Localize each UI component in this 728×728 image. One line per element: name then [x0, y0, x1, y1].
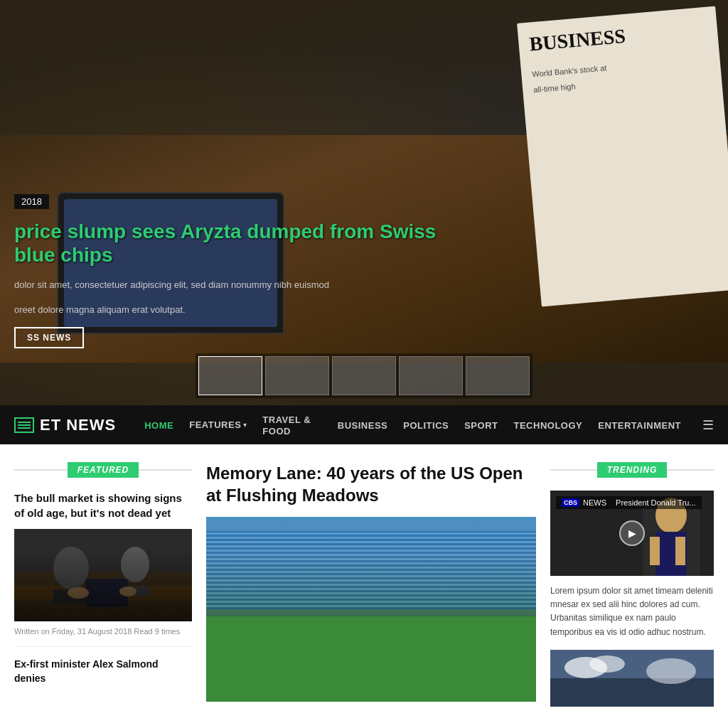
trending-video[interactable]: CBS NEWS President Donald Tru... ▶	[550, 491, 714, 576]
nav-item-politics[interactable]: POLITICS	[403, 419, 449, 431]
logo-icon	[14, 417, 34, 433]
featured-article2-title[interactable]: Ex-first minister Alex Salmond denies	[14, 658, 192, 685]
trending-section-header: TRENDING	[550, 462, 714, 478]
hero-section: BUSINESS World Bank's stock at all-time …	[0, 0, 728, 405]
hero-thumb-4[interactable]	[399, 356, 463, 395]
header-line-right	[139, 469, 192, 471]
hero-excerpt-line1: dolor sit amet, consectetuer adipiscing …	[14, 278, 448, 292]
featured-column: FEATURED The bull market is showing sign…	[14, 462, 192, 707]
nav-item-travel-food[interactable]: TRAVEL & FOOD	[262, 414, 321, 437]
hero-thumb-1[interactable]	[198, 356, 262, 395]
main-article-column: Memory Lane: 40 years of the US Open at …	[206, 462, 536, 707]
nav-item-features[interactable]: FEATURES ▾	[189, 419, 247, 430]
hero-thumb-5[interactable]	[466, 356, 530, 395]
trending-badge: TRENDING	[597, 462, 668, 478]
svg-point-42	[589, 655, 625, 673]
hero-title: price slump sees Aryzta dumped from Swis…	[14, 220, 448, 267]
main-content: FEATURED The bull market is showing sign…	[0, 444, 728, 728]
video-play-overlay[interactable]: ▶	[550, 491, 714, 576]
featured-article1-meta: Written on Friday, 31 August 2018 Read 9…	[14, 627, 192, 647]
hamburger-icon[interactable]: ☰	[702, 417, 714, 433]
trending-header-line-left	[550, 469, 597, 471]
hero-thumb-3[interactable]	[332, 356, 396, 395]
header-line-left	[14, 469, 68, 471]
logo-text: ET NEWS	[40, 416, 116, 434]
featured-article1-title[interactable]: The bull market is showing signs of old …	[14, 491, 192, 520]
nav-link-home[interactable]: HOME	[144, 420, 173, 431]
featured-badge: FEATURED	[68, 462, 139, 478]
nav-link-sport[interactable]: SPORT	[464, 420, 498, 431]
hero-thumbnail-strip	[196, 353, 532, 398]
hero-thumb-2[interactable]	[265, 356, 329, 395]
nav-item-home[interactable]: HOME	[144, 419, 173, 431]
logo-line-2	[18, 424, 31, 426]
nav-item-entertainment[interactable]: ENTERTAINMENT	[598, 419, 681, 431]
main-article-title[interactable]: Memory Lane: 40 years of the US Open at …	[206, 462, 536, 506]
hero-read-more-button[interactable]: SS NEWS	[14, 327, 84, 348]
featured-section-header: FEATURED	[14, 462, 192, 478]
trending-header-line-right	[667, 469, 714, 471]
hero-newspaper: BUSINESS World Bank's stock at all-time …	[517, 6, 728, 307]
navbar: ET NEWS HOME FEATURES ▾ TRAVEL & FOOD BU…	[0, 405, 728, 444]
nav-link-politics[interactable]: POLITICS	[403, 420, 449, 431]
content-grid: FEATURED The bull market is showing sign…	[14, 462, 714, 707]
navbar-nav: HOME FEATURES ▾ TRAVEL & FOOD BUSINESS P…	[144, 414, 681, 437]
nav-item-technology[interactable]: TECHNOLOGY	[514, 419, 583, 431]
hero-date-badge: 2018	[14, 194, 49, 209]
hero-excerpt-line2: oreet dolore magna aliquam erat volutpat…	[14, 303, 448, 317]
nav-link-travel-food[interactable]: TRAVEL & FOOD	[262, 414, 311, 437]
svg-rect-40	[550, 678, 714, 707]
nav-item-business[interactable]: BUSINESS	[338, 419, 387, 431]
nav-link-entertainment[interactable]: ENTERTAINMENT	[598, 420, 681, 431]
nav-link-business[interactable]: BUSINESS	[338, 420, 387, 431]
trending-image2[interactable]	[550, 650, 714, 707]
trending-description: Lorem ipsum dolor sit amet timeam deleni…	[550, 584, 714, 639]
video-play-button[interactable]: ▶	[619, 520, 645, 546]
hero-content: 2018 price slump sees Aryzta dumped from…	[0, 194, 462, 348]
nav-features-wrapper[interactable]: FEATURES ▾	[189, 419, 247, 430]
svg-point-43	[646, 658, 696, 684]
stadium-seats	[206, 531, 536, 609]
logo-line-1	[18, 422, 31, 423]
trending-img2-svg	[550, 650, 714, 707]
logo-line-3	[18, 427, 31, 429]
logo[interactable]: ET NEWS	[14, 416, 116, 434]
main-article-image[interactable]: CHASE LACOSTE EMIRATES ROLEX	[206, 517, 536, 702]
featured-article1-image[interactable]	[14, 529, 192, 621]
trending-column: TRENDING CBS NEWS President Don	[550, 462, 714, 707]
image-overlay	[14, 547, 192, 621]
chevron-down-icon: ▾	[243, 421, 247, 429]
nav-link-features[interactable]: FEATURES	[189, 419, 241, 430]
nav-item-sport[interactable]: SPORT	[464, 419, 498, 431]
nav-link-technology[interactable]: TECHNOLOGY	[514, 420, 583, 431]
